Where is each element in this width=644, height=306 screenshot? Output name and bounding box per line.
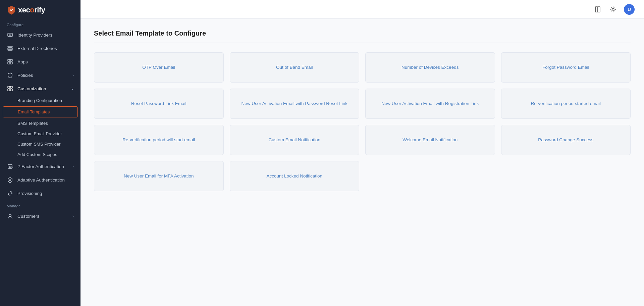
svg-rect-2: [8, 46, 12, 47]
provisioning-icon: [7, 190, 13, 197]
sidebar-item-apps[interactable]: Apps: [0, 55, 80, 68]
page-content-area: Select Email Template to Configure OTP O…: [80, 19, 644, 202]
sidebar-item-2fa-label: 2-Factor Authentication: [17, 164, 72, 169]
card-otp-over-email-label: OTP Over Email: [142, 64, 175, 71]
sidebar-item-customers[interactable]: Customers ›: [0, 209, 80, 223]
card-account-locked-notification-label: Account Locked Notification: [266, 173, 322, 180]
card-new-user-activation-registration[interactable]: New User Activation Email with Registrat…: [365, 89, 495, 119]
svg-rect-8: [10, 62, 12, 64]
card-out-of-band-email[interactable]: Out of Band Email: [230, 52, 360, 83]
user-avatar[interactable]: U: [624, 4, 635, 15]
topbar: U: [80, 0, 644, 19]
svg-rect-12: [10, 89, 12, 91]
card-number-of-devices-exceeds[interactable]: Number of Devices Exceeds: [365, 52, 495, 83]
card-new-user-email-mfa[interactable]: New User Email for MFA Activation: [94, 161, 224, 191]
sidebar-sub-add-custom-scopes[interactable]: Add Custom Scopes: [0, 149, 80, 160]
svg-point-15: [9, 180, 11, 181]
policies-icon: [7, 72, 13, 79]
book-icon[interactable]: [593, 5, 602, 14]
svg-rect-17: [595, 7, 598, 12]
sidebar-item-adaptive-auth-label: Adaptive Authentication: [17, 177, 74, 183]
card-number-of-devices-exceeds-label: Number of Devices Exceeds: [401, 64, 459, 71]
logo-text: xecorify: [18, 6, 45, 14]
card-re-verification-will-start-label: Re-verification period will start email: [122, 137, 195, 143]
sidebar-item-identity-providers-label: Identity Providers: [17, 33, 74, 38]
adaptive-auth-icon: [7, 176, 13, 183]
card-forgot-password-email-label: Forgot Password Email: [542, 64, 589, 71]
card-forgot-password-email[interactable]: Forgot Password Email: [501, 52, 631, 83]
sidebar-item-policies-label: Policies: [17, 73, 72, 78]
sidebar-sub-custom-email-provider[interactable]: Custom Email Provider: [0, 129, 80, 139]
card-custom-email-notification[interactable]: Custom Email Notification: [230, 125, 360, 155]
sidebar-item-policies[interactable]: Policies ›: [0, 68, 80, 82]
sidebar-item-apps-label: Apps: [17, 59, 74, 64]
sidebar-item-adaptive-auth[interactable]: Adaptive Authentication: [0, 173, 80, 187]
manage-section-label: Manage: [0, 200, 80, 209]
card-re-verification-started[interactable]: Re-verification period started email: [501, 89, 631, 119]
customization-icon: [7, 85, 13, 92]
card-re-verification-started-label: Re-verification period started email: [531, 101, 601, 107]
configure-section-label: Configure: [0, 19, 80, 28]
logo-area: xecorify: [0, 0, 80, 19]
card-reset-password-link-email-label: Reset Password Link Email: [131, 101, 186, 107]
external-directories-icon: [7, 45, 13, 52]
svg-rect-3: [8, 48, 12, 49]
card-custom-email-notification-label: Custom Email Notification: [268, 137, 320, 143]
svg-rect-7: [8, 62, 10, 64]
sidebar-item-external-directories-label: External Directories: [17, 46, 74, 51]
sidebar-item-external-directories[interactable]: External Directories: [0, 42, 80, 55]
card-welcome-email-notification-label: Welcome Email Notification: [402, 137, 458, 143]
card-new-user-activation-registration-label: New User Activation Email with Registrat…: [381, 101, 479, 107]
2fa-icon: 123: [7, 163, 13, 170]
2fa-chevron-icon: ›: [72, 164, 74, 168]
page-title: Select Email Template to Configure: [94, 30, 631, 43]
xecorify-logo: xecorify: [7, 5, 45, 15]
sidebar-item-customization[interactable]: Customization ∨: [0, 82, 80, 95]
svg-text:123: 123: [9, 165, 13, 168]
sidebar-item-customization-label: Customization: [17, 86, 71, 91]
sidebar-item-customers-label: Customers: [17, 214, 72, 219]
svg-rect-0: [8, 33, 12, 37]
card-password-change-success-label: Password Change Success: [538, 137, 593, 143]
policies-chevron-icon: ›: [72, 73, 74, 77]
card-otp-over-email[interactable]: OTP Over Email: [94, 52, 224, 83]
customers-chevron-icon: ›: [72, 214, 74, 218]
svg-rect-9: [8, 86, 10, 88]
card-welcome-email-notification[interactable]: Welcome Email Notification: [365, 125, 495, 155]
svg-rect-10: [10, 86, 12, 88]
card-new-user-activation-password-reset-label: New User Activation Email with Password …: [241, 101, 347, 107]
card-reset-password-link-email[interactable]: Reset Password Link Email: [94, 89, 224, 119]
svg-rect-5: [8, 59, 10, 61]
svg-rect-6: [10, 59, 12, 61]
customization-chevron-icon: ∨: [71, 87, 74, 91]
sidebar-item-2fa[interactable]: 123 2-Factor Authentication ›: [0, 160, 80, 173]
customers-icon: [7, 213, 13, 219]
card-out-of-band-email-label: Out of Band Email: [276, 64, 313, 71]
svg-rect-1: [9, 34, 11, 36]
sidebar-sub-custom-sms-provider[interactable]: Custom SMS Provider: [0, 139, 80, 149]
main-content: U Select Email Template to Configure OTP…: [80, 0, 644, 306]
svg-rect-18: [598, 7, 600, 12]
sidebar-sub-sms-templates[interactable]: SMS Templates: [0, 118, 80, 129]
card-account-locked-notification[interactable]: Account Locked Notification: [230, 161, 360, 191]
sidebar-sub-branding-configuration[interactable]: Branding Configuration: [0, 95, 80, 106]
card-re-verification-will-start[interactable]: Re-verification period will start email: [94, 125, 224, 155]
sidebar-item-provisioning[interactable]: Provisioning: [0, 187, 80, 200]
sidebar-sub-email-templates[interactable]: Email Templates: [3, 106, 78, 117]
svg-rect-4: [8, 49, 12, 50]
sidebar-item-identity-providers[interactable]: Identity Providers: [0, 28, 80, 42]
identity-providers-icon: [7, 32, 13, 38]
card-new-user-activation-password-reset[interactable]: New User Activation Email with Password …: [230, 89, 360, 119]
card-new-user-email-mfa-label: New User Email for MFA Activation: [124, 173, 194, 180]
svg-point-20: [612, 8, 614, 10]
gear-icon[interactable]: [608, 5, 618, 14]
card-password-change-success[interactable]: Password Change Success: [501, 125, 631, 155]
sidebar: xecorify Configure Identity Providers Ex…: [0, 0, 80, 306]
sidebar-item-provisioning-label: Provisioning: [17, 191, 74, 196]
svg-rect-11: [8, 89, 10, 91]
logo-shield-icon: [7, 5, 16, 15]
email-templates-grid: OTP Over Email Out of Band Email Number …: [94, 52, 631, 191]
apps-icon: [7, 58, 13, 65]
